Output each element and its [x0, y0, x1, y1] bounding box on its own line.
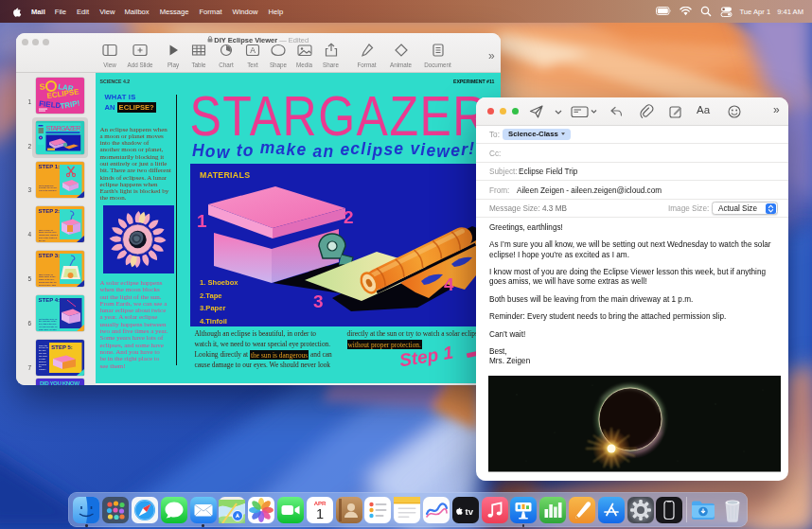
- svg-text:1: 1: [316, 506, 324, 521]
- svg-text:TRIP!: TRIP!: [60, 98, 80, 110]
- svg-text:A: A: [250, 45, 256, 55]
- svg-text:tv: tv: [465, 506, 473, 517]
- svg-text:STARGAZER: STARGAZER: [46, 124, 81, 132]
- svg-text:APR: APR: [313, 500, 326, 505]
- svg-text:MATERIALS: MATERIALS: [200, 170, 250, 180]
- svg-text:DID YOU KNOW: DID YOU KNOW: [40, 379, 79, 386]
- svg-text:How to make an eclipse viewer!: How to make an eclipse viewer!: [192, 138, 474, 162]
- svg-text:1. Shoebox: 1. Shoebox: [200, 278, 238, 287]
- svg-text:4.Tinfoil: 4.Tinfoil: [200, 317, 227, 326]
- svg-text:2: 2: [344, 207, 354, 227]
- svg-text:STEP 5:: STEP 5:: [51, 344, 73, 350]
- svg-text:3: 3: [313, 291, 324, 311]
- svg-text:3.Paper: 3.Paper: [200, 304, 225, 312]
- svg-text:2.Tape: 2.Tape: [200, 291, 222, 300]
- svg-text:ECLIPSE: ECLIPSE: [46, 87, 80, 100]
- svg-text:4: 4: [444, 274, 454, 294]
- svg-text:1: 1: [197, 211, 207, 231]
- svg-text:S: S: [39, 81, 45, 92]
